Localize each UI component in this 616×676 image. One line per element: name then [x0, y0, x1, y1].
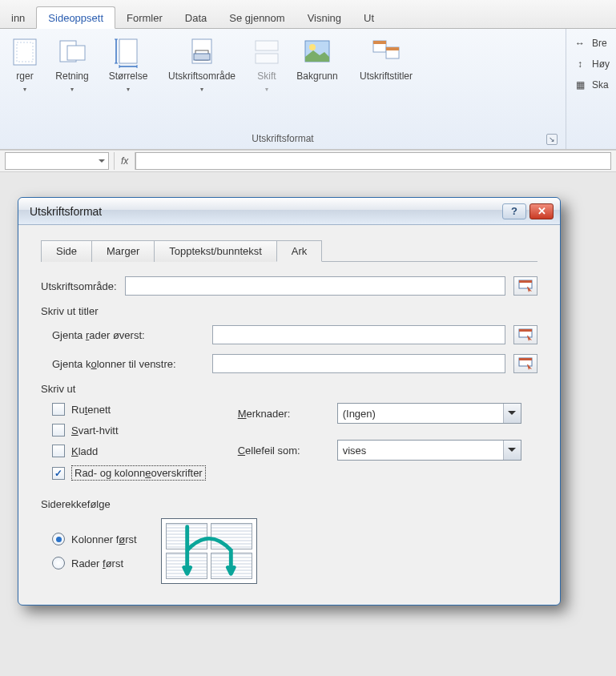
svg-rect-13 [373, 41, 386, 44]
checkbox-icon [52, 467, 65, 480]
down-then-over-label: Kolonner først [71, 533, 137, 545]
cell-errors-row: Cellefeil som: vises [238, 440, 521, 461]
chevron-down-icon [503, 441, 521, 460]
tab-margins[interactable]: Marger [91, 240, 155, 262]
size-button[interactable]: Størrelse▾ [99, 32, 157, 128]
ribbon: inn Sideoppsett Formler Data Se gjennom … [0, 0, 616, 150]
ribbon-tab-view[interactable]: Visning [296, 7, 352, 28]
formula-input[interactable] [135, 152, 611, 170]
tab-sheet[interactable]: Ark [276, 240, 323, 262]
scale-width-row[interactable]: ↔Bre [573, 37, 610, 50]
repeat-rows-row: Gjenta rader øverst: [52, 325, 537, 344]
comments-combo[interactable]: (Ingen) [337, 403, 521, 424]
scale-icon: ▦ [573, 78, 587, 91]
over-then-down-radio[interactable]: Rader først [52, 557, 137, 569]
margins-button[interactable]: rger▾ [5, 32, 45, 128]
cell-errors-combo[interactable]: vises [337, 440, 521, 461]
page-setup-dialog: Utskriftsformat ? ✕ Side Marger Toppteks… [18, 197, 561, 606]
repeat-rows-label: Gjenta rader øverst: [52, 329, 204, 341]
svg-rect-4 [119, 39, 137, 63]
headings-label: Rad- og kolonneoverskrifter [71, 465, 206, 481]
ribbon-tab-page-layout[interactable]: Sideoppsett [36, 6, 115, 29]
background-button[interactable]: Bakgrunn [288, 32, 346, 128]
ribbon-tab-data[interactable]: Data [174, 7, 218, 28]
checkbox-icon [52, 424, 65, 437]
scale-percent-row[interactable]: ▦Ska [573, 78, 610, 91]
tab-page[interactable]: Side [41, 240, 92, 262]
ribbon-tab-developer[interactable]: Ut [352, 7, 385, 28]
ribbon-tabs: inn Sideoppsett Formler Data Se gjennom … [0, 0, 616, 29]
dialog-titlebar: Utskriftsformat ? ✕ [18, 198, 560, 225]
svg-rect-7 [194, 54, 210, 60]
fx-label[interactable]: fx [114, 152, 135, 170]
print-area-input[interactable] [125, 276, 505, 296]
margins-icon [9, 36, 41, 68]
breaks-button[interactable]: Skift▾ [247, 32, 287, 128]
repeat-cols-input[interactable] [212, 354, 505, 373]
gridlines-label: Rutenett [71, 404, 111, 416]
print-area-label: Utskriftsområde: [41, 280, 117, 292]
ribbon-group-page-setup: rger▾ Retning▾ Størrelse▾ [0, 29, 566, 149]
ribbon-group-label: Utskriftsformat ↘ [5, 131, 561, 147]
print-area-icon [186, 36, 218, 68]
checkbox-icon [52, 445, 65, 457]
tab-header-footer[interactable]: Topptekst/bunntekst [154, 240, 277, 262]
range-selector-button-rows[interactable] [513, 325, 537, 344]
ribbon-scale-group: ↔Bre ↕Høy ▦Ska [566, 29, 616, 149]
print-area-row: Utskriftsområde: [41, 276, 537, 296]
svg-rect-19 [519, 329, 532, 332]
ribbon-tab-formulas[interactable]: Formler [115, 7, 174, 28]
print-titles-button[interactable]: Utskriftstitler [348, 32, 425, 128]
dialog-launcher-icon[interactable]: ↘ [546, 134, 558, 145]
formula-bar: fx [0, 150, 616, 172]
svg-rect-15 [386, 47, 399, 50]
down-then-over-radio[interactable]: Kolonner først [52, 533, 137, 545]
width-icon: ↔ [573, 37, 587, 50]
ribbon-tab-insert[interactable]: inn [0, 7, 36, 28]
svg-point-11 [309, 44, 316, 50]
print-section-label: Skriv ut [41, 383, 537, 395]
radio-icon [52, 533, 65, 545]
size-icon [112, 36, 144, 68]
name-box[interactable] [5, 152, 109, 170]
svg-rect-9 [256, 54, 278, 63]
range-selector-button[interactable] [513, 276, 537, 296]
orientation-button[interactable]: Retning▾ [46, 32, 98, 128]
svg-rect-3 [67, 46, 85, 60]
gridlines-checkbox-row[interactable]: Rutenett [52, 403, 206, 416]
print-titles-label: Skriv ut titler [41, 305, 537, 317]
cell-errors-label: Cellefeil som: [238, 445, 326, 457]
radio-icon [52, 557, 65, 569]
dialog-title: Utskriftsformat [30, 205, 499, 218]
dialog-tabs: Side Marger Topptekst/bunntekst Ark [41, 239, 537, 262]
headings-checkbox-row[interactable]: Rad- og kolonneoverskrifter [52, 465, 206, 481]
draft-checkbox-row[interactable]: Kladd [52, 445, 206, 457]
scale-height-row[interactable]: ↕Høy [573, 58, 610, 70]
svg-rect-8 [256, 41, 278, 50]
range-selector-icon [518, 357, 533, 370]
close-button[interactable]: ✕ [529, 203, 554, 219]
range-selector-button-cols[interactable] [513, 354, 537, 373]
repeat-rows-input[interactable] [212, 325, 505, 344]
help-button[interactable]: ? [502, 203, 526, 219]
chevron-down-icon [503, 404, 521, 423]
ribbon-tab-review[interactable]: Se gjennom [218, 7, 296, 28]
svg-rect-21 [519, 358, 532, 360]
page-order-preview [161, 518, 257, 584]
bw-checkbox-row[interactable]: Svart-hvitt [52, 424, 206, 437]
height-icon: ↕ [573, 58, 587, 70]
repeat-cols-row: Gjenta kolonner til venstre: [52, 354, 537, 373]
bw-label: Svart-hvitt [71, 425, 119, 437]
page-order-label: Siderekkefølge [41, 498, 537, 510]
checkbox-icon [52, 403, 65, 416]
comments-label: Merknader: [238, 408, 326, 420]
background-icon [301, 36, 333, 68]
print-area-button[interactable]: Utskriftsområde▾ [159, 32, 245, 128]
print-titles-icon [370, 36, 402, 68]
over-then-down-label: Rader først [71, 557, 123, 569]
range-selector-icon [518, 328, 533, 341]
orientation-icon [56, 36, 88, 68]
comments-row: Merknader: (Ingen) [238, 403, 521, 424]
ribbon-body: rger▾ Retning▾ Størrelse▾ [0, 29, 616, 149]
breaks-icon [251, 36, 283, 68]
